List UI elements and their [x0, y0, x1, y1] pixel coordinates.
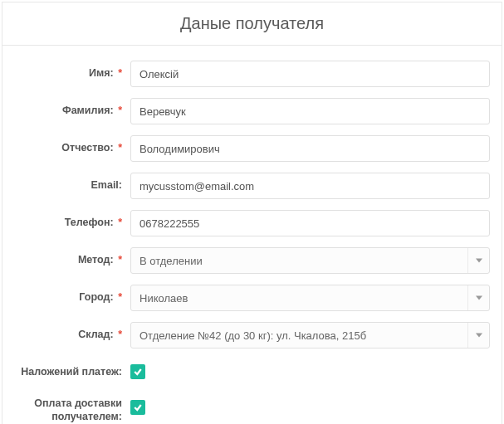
email-input[interactable] [130, 173, 490, 199]
phone-input[interactable] [130, 210, 490, 236]
label-text: Город: [79, 291, 113, 303]
label-last-name: Фамилия: * [14, 98, 130, 123]
caret-down-icon [467, 323, 489, 348]
first-name-input[interactable] [130, 61, 490, 87]
patronymic-input[interactable] [130, 135, 490, 162]
row-patronymic: Отчество: * [14, 135, 490, 162]
method-select[interactable]: В отделении [130, 247, 490, 274]
required-marker: * [118, 105, 122, 116]
row-method: Метод: * В отделении [14, 247, 490, 274]
city-select-value: Николаев [139, 292, 188, 305]
pay-by-recipient-checkbox[interactable] [130, 400, 145, 415]
row-warehouse: Склад: * Отделение №42 (до 30 кг): ул. Ч… [14, 322, 490, 348]
label-text: Email: [91, 179, 122, 191]
label-text: Телефон: [65, 217, 114, 228]
label-patronymic: Отчество: * [14, 135, 130, 160]
required-marker: * [118, 67, 122, 79]
row-city: Город: * Николаев [14, 285, 490, 311]
label-text: Имя: [89, 67, 114, 79]
label-text: Отчество: [61, 142, 113, 154]
check-icon [133, 367, 143, 377]
row-first-name: Имя: * [14, 61, 490, 87]
row-last-name: Фамилия: * [14, 98, 490, 124]
label-warehouse: Склад: * [14, 322, 130, 347]
label-pay-by-recipient: Оплата доставки получателем: [14, 395, 130, 424]
row-pay-by-recipient: Оплата доставки получателем: [14, 395, 490, 424]
label-text: Склад: [78, 329, 113, 340]
required-marker: * [118, 291, 122, 303]
form-body: Имя: * Фамилия: * Отчество: * [2, 46, 502, 424]
check-icon [133, 402, 143, 412]
label-text: Метод: [78, 254, 114, 266]
label-first-name: Имя: * [14, 61, 130, 85]
caret-down-icon [467, 248, 489, 273]
required-marker: * [118, 142, 122, 154]
label-method: Метод: * [14, 247, 130, 272]
label-text: Фамилия: [62, 105, 114, 116]
required-marker: * [118, 329, 122, 340]
method-select-value: В отделении [139, 255, 203, 267]
cod-checkbox[interactable] [130, 364, 145, 379]
warehouse-select-value: Отделение №42 (до 30 кг): ул. Чкалова, 2… [139, 329, 366, 342]
caret-down-icon [467, 285, 489, 310]
row-cod: Наложений платеж: [14, 359, 490, 384]
label-city: Город: * [14, 285, 130, 309]
last-name-input[interactable] [130, 98, 490, 124]
row-email: Email: [14, 173, 490, 199]
required-marker: * [118, 254, 122, 266]
label-cod: Наложений платеж: [14, 359, 130, 384]
label-phone: Телефон: * [14, 210, 130, 235]
city-select[interactable]: Николаев [130, 285, 490, 311]
warehouse-select[interactable]: Отделение №42 (до 30 кг): ул. Чкалова, 2… [130, 322, 490, 348]
recipient-panel: Даные получателя Имя: * Фамилия: * Отчес… [2, 2, 502, 424]
row-phone: Телефон: * [14, 210, 490, 236]
page-title: Даные получателя [2, 2, 502, 46]
label-email: Email: [14, 173, 130, 197]
required-marker: * [118, 217, 122, 228]
